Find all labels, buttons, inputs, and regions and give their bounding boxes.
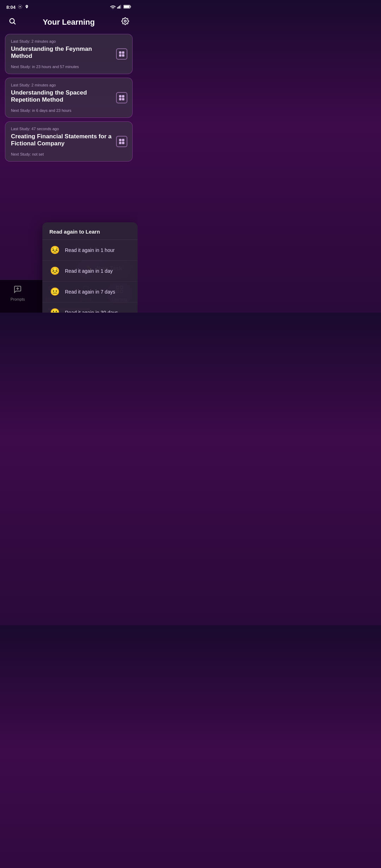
signal-icon (117, 5, 122, 10)
svg-rect-2 (118, 6, 119, 8)
hour-emoji-icon: 😣 (49, 245, 60, 255)
svg-rect-6 (130, 6, 131, 7)
svg-rect-16 (122, 95, 124, 97)
read-again-7-days[interactable]: 😐 Read it again in 7 days (42, 282, 138, 302)
card-3-action-icon[interactable] (116, 136, 127, 147)
read-again-1-day[interactable]: 😣 Read it again in 1 day (42, 261, 138, 282)
svg-rect-3 (119, 6, 120, 8)
card-1-action-icon[interactable] (116, 48, 127, 60)
svg-rect-20 (122, 139, 124, 141)
svg-point-0 (19, 6, 21, 7)
card-2-action-icon[interactable] (116, 92, 127, 103)
card-3-last-study: Last Study: 47 seconds ago (11, 127, 127, 131)
svg-rect-7 (124, 6, 129, 8)
status-bar: 8:04 (0, 0, 138, 13)
card-1-title: Understanding the Feynman Method (11, 46, 127, 60)
prompts-nav-label: Prompts (11, 297, 25, 301)
settings-status-icon (18, 4, 23, 10)
card-1-last-study: Last Study: 2 minutes ago (11, 39, 127, 43)
header: Your Learning (0, 13, 138, 34)
svg-rect-1 (117, 7, 118, 9)
svg-rect-17 (119, 98, 121, 100)
svg-rect-13 (119, 55, 121, 56)
card-2-last-study: Last Study: 2 minutes ago (11, 83, 127, 87)
svg-rect-18 (122, 98, 124, 100)
battery-icon (123, 5, 131, 10)
read-7-days-label: Read it again in 7 days (65, 289, 115, 295)
read-30-days-label: Read it again in 30 days (65, 310, 118, 313)
svg-rect-11 (119, 52, 121, 53)
time: 8:04 (6, 5, 16, 10)
page-title: Your Learning (43, 18, 95, 27)
card-2-next-study: Next Study: in 6 days and 23 hours (11, 108, 127, 113)
svg-point-10 (124, 20, 126, 22)
card-1-next-study: Next Study: in 23 hours and 57 minutes (11, 65, 127, 69)
svg-rect-15 (119, 95, 121, 97)
svg-rect-14 (122, 55, 124, 56)
search-button[interactable] (7, 16, 18, 28)
settings-button[interactable] (120, 16, 131, 28)
svg-rect-12 (122, 52, 124, 53)
context-menu: Read again to Learn 😣 Read it again in 1… (42, 222, 138, 313)
status-right (110, 5, 131, 10)
wifi-icon (110, 5, 116, 10)
read-1-hour-label: Read it again in 1 hour (65, 247, 115, 253)
day-emoji-icon: 😣 (49, 266, 60, 276)
svg-rect-22 (122, 142, 124, 144)
location-icon (25, 4, 29, 10)
card-3-title: Creating Financial Statements for a Fict… (11, 133, 127, 147)
cards-container: Last Study: 2 minutes ago Understanding … (0, 34, 138, 162)
svg-rect-4 (120, 5, 121, 9)
svg-rect-19 (119, 139, 121, 141)
study-card-1[interactable]: Last Study: 2 minutes ago Understanding … (5, 34, 133, 74)
read-again-30-days[interactable]: 🙂 Read it again in 30 days (42, 302, 138, 313)
study-card-3[interactable]: Last Study: 47 seconds ago Creating Fina… (5, 121, 133, 162)
study-card-2[interactable]: Last Study: 2 minutes ago Understanding … (5, 78, 133, 118)
read-again-1-hour[interactable]: 😣 Read it again in 1 hour (42, 240, 138, 261)
prompts-icon (13, 285, 22, 296)
week-emoji-icon: 😐 (49, 287, 60, 297)
month-emoji-icon: 🙂 (49, 307, 60, 313)
svg-line-9 (14, 23, 15, 24)
status-left: 8:04 (6, 4, 29, 10)
nav-item-prompts[interactable]: Prompts (6, 284, 29, 303)
read-1-day-label: Read it again in 1 day (65, 268, 113, 274)
card-3-next-study: Next Study: not set (11, 152, 127, 156)
card-2-title: Understanding the Spaced Repetition Meth… (11, 89, 127, 103)
svg-rect-21 (119, 142, 121, 144)
dropdown-header: Read again to Learn (42, 222, 138, 240)
